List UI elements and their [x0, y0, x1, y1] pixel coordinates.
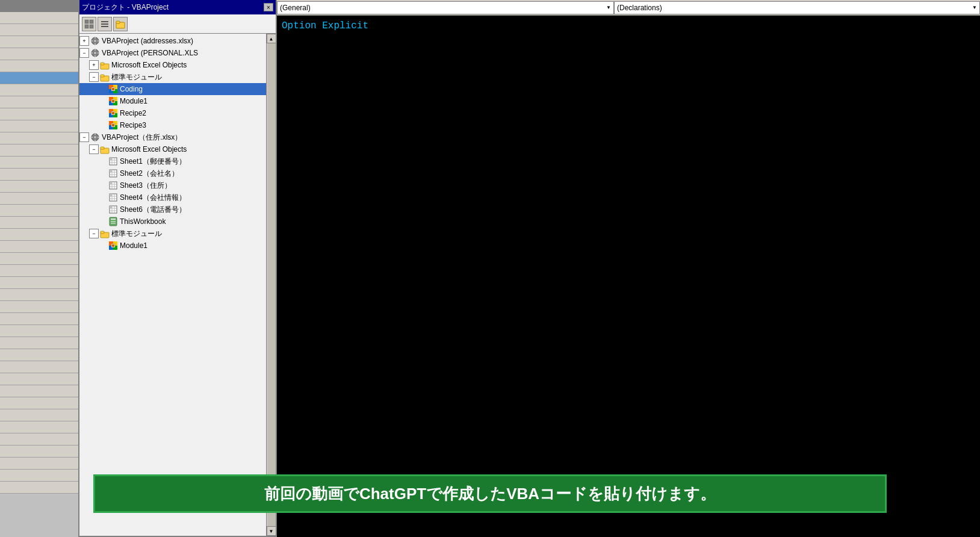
tree-item-recipe3[interactable]: Recipe3 [79, 119, 266, 131]
code-editor[interactable]: Option Explicit [277, 16, 980, 537]
excel-rows [0, 12, 78, 537]
tree-item-std_module1[interactable]: − 標準モジュール [79, 71, 266, 83]
sheet-icon [108, 157, 118, 166]
tree-item-sheet3[interactable]: Sheet3（住所） [79, 179, 266, 191]
module-icon [108, 84, 118, 94]
tree-item-excel_objects2[interactable]: − Microsoft Excel Objects [79, 143, 266, 155]
excel-row [0, 157, 78, 169]
tree-item-label: Module1 [120, 97, 147, 105]
svg-rect-80 [110, 194, 112, 196]
tree-item-label: 標準モジュール [111, 72, 162, 82]
tree-item-std_module2[interactable]: − 標準モジュール [79, 228, 266, 240]
close-button[interactable]: × [264, 3, 273, 11]
tree-icon-module [108, 108, 118, 118]
svg-point-16 [94, 52, 96, 54]
tree-toggle[interactable]: − [89, 72, 99, 82]
excel-row [0, 385, 78, 397]
toolbar-button-1[interactable] [82, 17, 96, 31]
panel-toolbar [79, 14, 276, 34]
folder-icon [100, 229, 110, 238]
excel-row [0, 169, 78, 181]
tree-toggle[interactable]: + [89, 60, 99, 70]
excel-row [0, 301, 78, 313]
svg-rect-13 [91, 40, 93, 42]
tree-toggle[interactable]: − [89, 229, 99, 238]
svg-rect-88 [111, 219, 116, 220]
vba-project-panel: プロジェクト - VBAProject × [78, 0, 277, 537]
svg-rect-1 [90, 20, 93, 23]
toolbar-button-2[interactable] [98, 17, 112, 31]
toolbar-button-3[interactable] [113, 17, 128, 31]
excel-row [0, 144, 78, 157]
svg-rect-6 [101, 26, 108, 27]
tree-item-sheet4[interactable]: Sheet4（会社情報） [79, 191, 266, 203]
panel-scrollbar[interactable]: ▲ ▼ [266, 34, 276, 536]
tree-item-label: Sheet2（会社名） [120, 169, 179, 179]
tree-item-label: Sheet6（電話番号） [120, 205, 186, 215]
tree-item-thisworkbook[interactable]: ThisWorkbook [79, 216, 266, 228]
tree-item-label: VBAProject（住所.xlsx） [102, 132, 182, 143]
code-editor-area: (General) ▼ (Declarations) ▼ Option Expl… [277, 0, 980, 537]
grid-icon [84, 19, 94, 29]
tree-item-module1b[interactable]: Module1 [79, 240, 266, 252]
svg-rect-68 [110, 170, 112, 172]
tree-icon-folder [100, 144, 110, 154]
excel-row [0, 241, 78, 253]
tree-icon-sheet [108, 193, 118, 202]
excel-row [0, 458, 78, 470]
general-dropdown[interactable]: (General) ▼ [277, 1, 614, 14]
excel-row [0, 325, 78, 337]
tree-icon-module [108, 241, 118, 250]
tree-icon-vbaproject [90, 132, 100, 142]
tree-item-vba3[interactable]: − VBAProject（住所.xlsx） [79, 131, 266, 143]
tree-icon-vbaproject [90, 48, 100, 58]
tree-toggle[interactable]: − [89, 144, 99, 154]
general-dropdown-arrow: ▼ [606, 5, 611, 10]
tree-toggle[interactable]: − [79, 132, 89, 142]
svg-rect-51 [95, 134, 96, 135]
declarations-dropdown-arrow: ▼ [972, 5, 977, 10]
scroll-track[interactable] [267, 43, 276, 526]
svg-rect-12 [95, 43, 96, 45]
tree-item-vba1[interactable]: + VBAProject (addresses.xlsx) [79, 35, 266, 47]
tree-icon-thisworkbook [108, 217, 118, 226]
svg-rect-5 [101, 23, 108, 25]
svg-rect-92 [101, 231, 104, 234]
tree-item-sheet6[interactable]: Sheet6（電話番号） [79, 203, 266, 216]
tree-item-vba2[interactable]: − VBAProject (PERSONAL.XLS [79, 47, 266, 59]
tree-item-label: Module1 [120, 241, 147, 250]
tree-item-sheet2[interactable]: Sheet2（会社名） [79, 167, 266, 179]
tree-item-sheet1[interactable]: Sheet1（郵便番号） [79, 155, 266, 167]
tree-item-coding[interactable]: Coding [79, 83, 266, 95]
excel-row [0, 120, 78, 132]
svg-rect-0 [85, 20, 88, 23]
tree-item-recipe2[interactable]: Recipe2 [79, 107, 266, 119]
excel-row [0, 397, 78, 409]
tree-item-module1[interactable]: Module1 [79, 95, 266, 107]
tree-toggle[interactable]: + [79, 36, 89, 46]
svg-rect-14 [98, 40, 99, 42]
general-dropdown-label: (General) [280, 4, 311, 12]
tree-toggle[interactable]: − [79, 48, 89, 58]
scroll-up-arrow[interactable]: ▲ [267, 34, 276, 43]
list-icon [100, 19, 110, 29]
tree-item-excel_objects1[interactable]: + Microsoft Excel Objects [79, 59, 266, 71]
tree-item-label: Coding [120, 85, 143, 93]
svg-rect-24 [101, 75, 104, 77]
declarations-dropdown[interactable]: (Declarations) ▼ [614, 1, 980, 14]
excel-row [0, 253, 78, 265]
excel-row [0, 349, 78, 361]
module-icon [108, 241, 118, 250]
svg-rect-90 [111, 223, 116, 224]
tree-icon-module [108, 96, 118, 106]
excel-row [0, 373, 78, 385]
svg-rect-54 [98, 137, 99, 138]
excel-row [0, 205, 78, 217]
excel-row [0, 229, 78, 241]
excel-row [0, 84, 78, 96]
folder-icon [116, 19, 125, 29]
excel-row-highlighted [0, 72, 78, 84]
scroll-down-arrow[interactable]: ▼ [267, 526, 276, 536]
code-toolbar: (General) ▼ (Declarations) ▼ [277, 0, 980, 16]
sheet-icon [108, 205, 118, 214]
